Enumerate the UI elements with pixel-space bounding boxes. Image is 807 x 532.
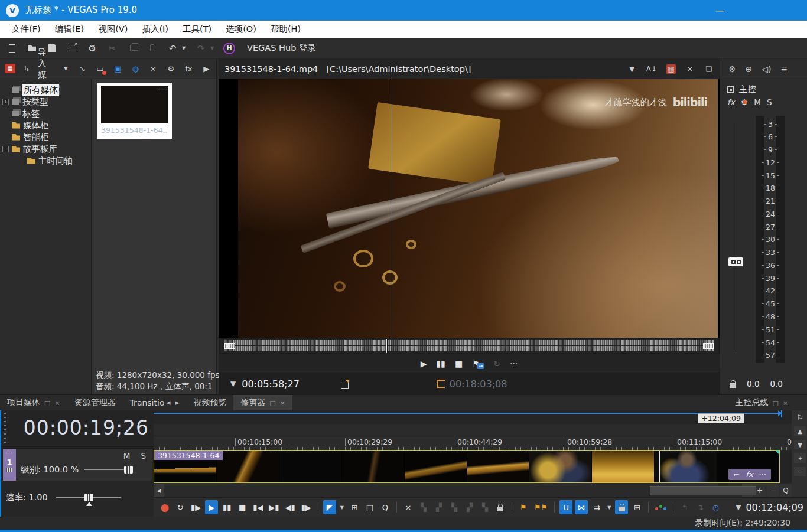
- record-monitor-icon[interactable]: ▭: [95, 64, 105, 74]
- tree-item-5[interactable]: − 故事板库: [0, 143, 91, 155]
- trim-start-icon[interactable]: ▚: [417, 500, 430, 514]
- tab-left-4[interactable]: 修剪器 □×: [233, 395, 292, 411]
- trim-adjacent-icon[interactable]: ▚: [448, 500, 461, 514]
- extract-audio-icon[interactable]: ▣: [112, 64, 123, 74]
- mixer-sliders-icon[interactable]: ≡: [781, 64, 788, 74]
- trimmer-stop-button[interactable]: ■: [455, 359, 463, 368]
- timeline-horizontal-scrollbar[interactable]: ◀ ▶ + − Q: [154, 484, 792, 497]
- audio-device-icon[interactable]: ◁): [762, 64, 771, 74]
- insert-marker-button[interactable]: ⚑: [517, 500, 530, 514]
- menu-item-0[interactable]: 文件(F): [5, 21, 48, 37]
- open-project-icon[interactable]: [26, 43, 38, 54]
- envelope-edit-tool[interactable]: ⊞: [348, 500, 361, 514]
- project-properties-icon[interactable]: [66, 43, 78, 54]
- zoom-in-track-button[interactable]: ＋: [794, 453, 806, 463]
- ripple-dropdown-icon[interactable]: ▼: [606, 500, 613, 514]
- event-fx-button[interactable]: fx: [746, 470, 753, 479]
- tree-item-6[interactable]: 主时间轴: [0, 155, 91, 167]
- master-mute-button[interactable]: M: [754, 97, 761, 107]
- tab-left-2[interactable]: Transitio ◀▶: [123, 395, 187, 411]
- selection-doc-icon[interactable]: [341, 380, 349, 389]
- tab-scroll-right-icon[interactable]: ▶: [175, 400, 179, 406]
- scrollbar-track[interactable]: [164, 484, 742, 497]
- zoom-out-track-button[interactable]: −: [794, 467, 806, 476]
- play-button[interactable]: ▶: [205, 500, 218, 514]
- track-more-icon[interactable]: ···: [6, 450, 14, 456]
- track-solo-button[interactable]: S: [141, 451, 146, 461]
- remove-media-icon[interactable]: ×: [148, 64, 158, 74]
- tool-dropdown-icon[interactable]: ▼: [339, 500, 346, 514]
- trimmer-video-frame[interactable]: 才疏学浅的才浅 bilibili: [238, 79, 718, 338]
- tab-window-icon[interactable]: □: [269, 399, 275, 407]
- loop-region-bar[interactable]: [154, 413, 781, 414]
- clock-icon[interactable]: ◷: [709, 500, 722, 514]
- ignore-grouping-toggle[interactable]: ⊞: [630, 500, 643, 514]
- slide-trim-icon[interactable]: ▚: [479, 500, 492, 514]
- scroll-left-button[interactable]: ◀: [154, 484, 164, 497]
- video-track-header[interactable]: ··· 1 M S 级别: 100.0 %: [2, 448, 152, 481]
- offline-media-icon[interactable]: ▦: [5, 64, 15, 73]
- event-crop-button[interactable]: ⌐: [733, 470, 740, 479]
- capture-video-icon[interactable]: ↘: [77, 64, 87, 74]
- redo-dropdown-icon[interactable]: ▼: [209, 43, 215, 54]
- import-media-arrow-icon[interactable]: ↳: [21, 64, 32, 74]
- redo-icon[interactable]: ↷: [195, 43, 207, 54]
- drag-handle[interactable]: [4, 413, 6, 443]
- insert-region-button[interactable]: ⚑⚑: [532, 500, 549, 514]
- tree-expander-icon[interactable]: −: [2, 146, 9, 152]
- marker-tool-icon[interactable]: ⚐: [794, 413, 806, 422]
- tree-item-0[interactable]: 所有媒体: [0, 84, 91, 96]
- record-button[interactable]: ●: [158, 500, 171, 514]
- mixer-settings-gear-icon[interactable]: ⚙: [728, 64, 736, 74]
- media-thumbnail[interactable]: 391531548-1-64...: [97, 83, 172, 139]
- waveform-cursor[interactable]: [386, 339, 388, 353]
- event-more-button[interactable]: ···: [759, 470, 766, 479]
- sort-icon[interactable]: A↓: [646, 64, 657, 74]
- vegas-hub-login[interactable]: VEGAS Hub 登录: [247, 43, 316, 54]
- undo-dropdown-icon[interactable]: ▼: [181, 43, 187, 54]
- insert-bus-icon[interactable]: ⊕: [746, 64, 753, 74]
- tab-left-0[interactable]: 项目媒体 □×: [0, 395, 67, 411]
- tree-item-4[interactable]: 智能柜: [0, 131, 91, 143]
- lock-event-icon[interactable]: [494, 500, 507, 514]
- tab-window-icon[interactable]: □: [44, 399, 50, 407]
- menu-item-1[interactable]: 编辑(E): [48, 21, 91, 37]
- minimize-button[interactable]: —: [715, 5, 724, 16]
- scrollbar-thumb[interactable]: [650, 486, 756, 495]
- loop-playback-icon[interactable]: ↻: [493, 359, 500, 368]
- auto-crossfade-toggle[interactable]: ⋈: [575, 500, 588, 514]
- paste-icon[interactable]: [147, 43, 158, 54]
- copy-icon[interactable]: [126, 43, 138, 54]
- timeline-event[interactable]: 391531548-1-64 ⌐ fx ···: [154, 450, 780, 483]
- settings-gear-icon[interactable]: ⚙: [86, 43, 98, 54]
- zoom-tool-button[interactable]: Q: [780, 484, 792, 497]
- track-level-handle[interactable]: [124, 466, 133, 474]
- master-solo-button[interactable]: S: [767, 97, 772, 107]
- tab-window-icon[interactable]: □: [772, 399, 778, 407]
- snap-toggle[interactable]: U: [559, 500, 572, 514]
- menu-item-5[interactable]: 选项(O): [219, 21, 263, 37]
- go-to-start-button[interactable]: ▮◀: [251, 500, 265, 514]
- remove-media-icon[interactable]: ▦: [666, 64, 676, 74]
- cut-icon[interactable]: ✂: [106, 43, 118, 54]
- timeline-ruler[interactable]: 00:10:15;0000:10:29;2900:10:44;2900:10:5…: [154, 436, 792, 450]
- cursor-position-display[interactable]: 00:12:04;09: [746, 502, 803, 513]
- delete-button[interactable]: ×: [402, 500, 415, 514]
- pause-button[interactable]: ▮▮: [220, 500, 233, 514]
- master-fx-button[interactable]: fx: [727, 97, 735, 107]
- trimmer-waveform[interactable]: [220, 339, 718, 353]
- master-gear-icon[interactable]: ⚙: [741, 97, 749, 107]
- trimmer-pause-button[interactable]: ▮▮: [436, 359, 445, 368]
- menu-item-4[interactable]: 工具(T): [175, 21, 219, 37]
- next-frame-button[interactable]: ▮▶: [300, 500, 313, 514]
- track-mute-button[interactable]: M: [123, 451, 131, 461]
- scroll-up-button[interactable]: ▲: [794, 426, 806, 436]
- cascade-windows-icon[interactable]: ❏: [704, 64, 714, 74]
- prev-frame-button[interactable]: ◀▮: [283, 500, 297, 514]
- go-to-end-button[interactable]: ▶▮: [267, 500, 281, 514]
- mixer-console-icon[interactable]: [653, 500, 668, 514]
- media-fx-icon[interactable]: fx: [183, 64, 194, 74]
- t-insert-icon[interactable]: ↴: [694, 500, 707, 514]
- normal-edit-tool[interactable]: ◤: [323, 500, 336, 514]
- media-properties-gear-icon[interactable]: ⚙: [165, 64, 176, 74]
